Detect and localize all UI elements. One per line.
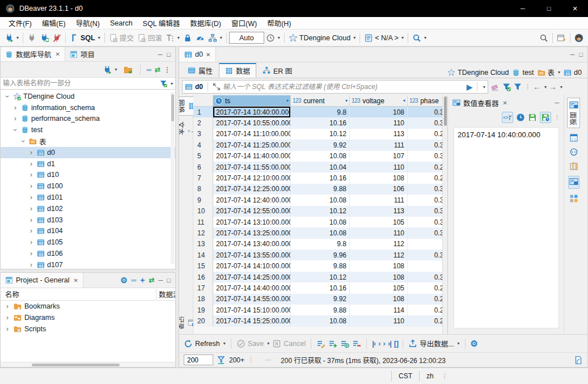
cell-phase[interactable]: 0.29 [408, 172, 447, 183]
rollback-button[interactable]: 回滚 [136, 31, 164, 44]
fetch-more-button[interactable]: 200+ [229, 356, 244, 364]
tree-item-d101[interactable]: ›d101 [1, 192, 175, 203]
cell-voltage[interactable]: 110 [350, 117, 408, 128]
cell-ts[interactable]: 2017-07-14 12:10:00.000 [213, 172, 291, 183]
tree-item-test[interactable]: ›test [1, 124, 175, 136]
project-hscrollbar[interactable] [1, 362, 175, 367]
row-number[interactable]: 19 [193, 305, 213, 315]
view-menu-button[interactable]: ⋮ [164, 66, 171, 74]
metadata-panel-icon[interactable] [569, 147, 578, 157]
cell-voltage[interactable]: 111 [350, 140, 408, 150]
next-row-button[interactable]: › [383, 339, 385, 348]
cell-current[interactable]: 9.8 [291, 107, 350, 117]
project-settings-button[interactable]: ⚙ [120, 276, 128, 285]
add-row-icon[interactable] [328, 339, 337, 348]
cell-current[interactable]: 9.88 [291, 260, 350, 271]
expander-icon[interactable]: › [12, 104, 19, 112]
cell-current[interactable]: 9.92 [291, 294, 350, 305]
window-minimize-button[interactable]: ─ [510, 0, 536, 17]
tree-item-TDengine Cloud[interactable]: ›TDengine Cloud [1, 91, 175, 102]
cell-ts[interactable]: 2017-07-14 14:10:00.000 [213, 260, 291, 271]
column-header-voltage[interactable]: 123voltage▾ [350, 95, 408, 106]
cell-voltage[interactable]: 114 [350, 305, 408, 315]
disconnect-button[interactable] [50, 31, 63, 44]
row-number[interactable]: 15 [193, 260, 213, 271]
cell-phase[interactable]: 0.31 [408, 107, 447, 117]
project-collapse-all-button[interactable]: ═ [132, 276, 137, 284]
link-with-editor-button[interactable]: ⇄ [155, 66, 160, 74]
column-header-ts[interactable]: ts▾ [213, 95, 291, 106]
cell-voltage[interactable]: 105 [350, 217, 408, 227]
cell-voltage[interactable]: 106 [350, 184, 408, 195]
cell-voltage[interactable]: 112 [350, 250, 408, 260]
close-tab-icon[interactable]: ✕ [73, 277, 78, 284]
cell-voltage[interactable]: 107 [350, 151, 408, 162]
cell-phase[interactable]: 0.29 [408, 282, 447, 293]
tree-item-performance_schema[interactable]: ›performance_schema [1, 113, 175, 125]
cell-phase[interactable]: 0.31 [408, 227, 447, 238]
cell-phase[interactable]: 0.31 [408, 250, 447, 260]
tree-item-d105[interactable]: ›d105 [1, 237, 175, 248]
filter-history-caret-icon[interactable]: ▾ [483, 85, 485, 90]
expander-icon[interactable]: › [28, 171, 35, 179]
cell-current[interactable]: 9.92 [291, 140, 350, 150]
open-view-button[interactable] [555, 31, 568, 44]
cell-current[interactable]: 9.8 [291, 239, 350, 250]
minimize-view-icon[interactable]: ─ [159, 277, 163, 284]
status-overflow-icon[interactable]: ⋯ [265, 356, 272, 364]
tree-item-d103[interactable]: ›d103 [1, 214, 175, 226]
tab-er-diagram[interactable]: ER 图 [256, 63, 298, 78]
cell-phase[interactable]: 0.29 [408, 305, 447, 315]
maximize-editor-icon[interactable]: □ [579, 51, 583, 58]
column-header-name[interactable]: 名称 [1, 289, 156, 299]
delete-row-icon[interactable] [352, 339, 361, 348]
cell-ts[interactable]: 2017-07-14 14:40:00.000 [213, 282, 291, 293]
maximize-view-icon[interactable]: □ [167, 51, 171, 58]
cell-phase[interactable] [408, 260, 447, 271]
tree-item-d1[interactable]: ›d1 [1, 158, 175, 170]
menu-sql[interactable]: SQL 编辑器 [138, 18, 185, 28]
cell-ts[interactable]: 2017-07-14 13:55:00.000 [213, 250, 291, 260]
duplicate-row-icon[interactable] [340, 339, 349, 348]
menu-n[interactable]: 导航(N) [71, 18, 105, 28]
cell-value-display[interactable]: 2017-07-14 10:40:00.000 [454, 127, 559, 328]
cell-voltage[interactable]: 112 [350, 239, 408, 250]
cell-current[interactable]: 10.04 [291, 162, 350, 172]
grouping-panel-icon[interactable] [569, 162, 578, 171]
save-filter-icon[interactable] [502, 82, 511, 91]
last-row-button[interactable]: ›| [388, 339, 391, 348]
references-panel-icon[interactable] [569, 194, 578, 203]
cell-current[interactable]: 10.12 [291, 272, 350, 282]
menu-h[interactable]: 帮助(H) [262, 18, 296, 28]
menu-d[interactable]: 数据库(D) [185, 18, 226, 28]
tree-item-d106[interactable]: ›d106 [1, 248, 175, 259]
previous-row-button[interactable]: ‹ [378, 339, 380, 348]
expander-icon[interactable]: › [19, 138, 27, 145]
expander-icon[interactable]: › [4, 325, 11, 333]
close-tab-icon[interactable]: ✕ [503, 100, 507, 106]
cell-current[interactable]: 10.16 [291, 172, 350, 183]
cell-phase[interactable]: 0.31 [408, 151, 447, 162]
tree-item-d100[interactable]: ›d100 [1, 180, 175, 192]
window-close-button[interactable]: ✕ [562, 0, 588, 17]
cell-ts[interactable]: 2017-07-14 12:25:00.000 [213, 184, 291, 195]
row-number[interactable]: 1 [193, 107, 213, 117]
sql-editor-button[interactable]: SQL▾ [68, 31, 102, 44]
autocommit-select[interactable]: Auto [229, 32, 264, 44]
close-tab-icon[interactable]: ✕ [206, 52, 210, 58]
cell-ts[interactable]: 2017-07-14 11:25:00.000 [213, 140, 291, 150]
expander-icon[interactable]: › [28, 216, 35, 224]
datetime-icon[interactable] [516, 113, 525, 122]
column-menu-icon[interactable]: ▾ [286, 98, 289, 103]
lock-button[interactable] [181, 31, 194, 44]
active-connection-select[interactable]: TDengine Cloud▾ [287, 31, 357, 44]
clear-filter-icon[interactable] [490, 82, 500, 91]
row-number[interactable]: 20 [193, 315, 213, 326]
fetch-next-icon[interactable] [217, 356, 226, 365]
window-maximize-button[interactable]: □ [536, 0, 562, 17]
refresh-button[interactable]: Refresh▾ [184, 339, 226, 348]
expander-icon[interactable]: › [28, 250, 35, 258]
edit-row-icon[interactable] [316, 339, 325, 348]
transaction-log-button[interactable]: ▾ [264, 31, 282, 44]
cell-ts[interactable]: 2017-07-14 12:55:00.000 [213, 206, 291, 217]
